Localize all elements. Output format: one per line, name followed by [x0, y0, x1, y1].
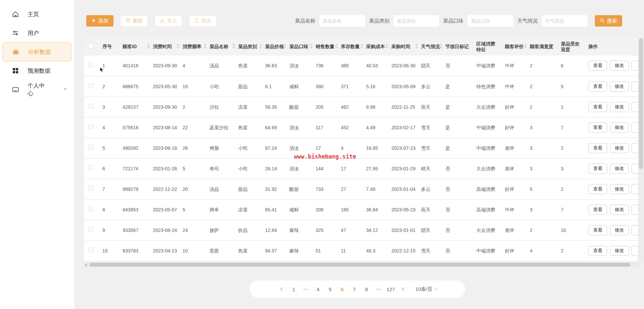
edit-button[interactable]: 修改	[610, 123, 629, 133]
weather-input[interactable]	[542, 15, 587, 27]
prev-page-button[interactable]	[277, 284, 287, 294]
row-action-button-partial[interactable]	[632, 164, 639, 174]
col-header-weather[interactable]: 天气情况	[419, 38, 443, 56]
page-number-4[interactable]: 4	[313, 284, 323, 294]
sort-caret-icon[interactable]	[203, 43, 207, 50]
more-pages-icon[interactable]: •••	[301, 284, 311, 294]
row-checkbox[interactable]	[88, 104, 93, 109]
edit-button[interactable]: 修改	[610, 81, 629, 92]
sort-caret-icon[interactable]	[360, 43, 363, 50]
add-button[interactable]: 添加	[86, 15, 114, 27]
sort-caret-icon[interactable]	[385, 43, 389, 50]
row-checkbox[interactable]	[88, 165, 93, 170]
import-button[interactable]: 导入	[155, 15, 182, 27]
sort-caret-icon[interactable]	[524, 43, 527, 50]
col-header-dish-price[interactable]: 菜品价格	[263, 38, 287, 56]
sidebar-item-profile[interactable]: 个人中心	[3, 80, 71, 99]
scroll-left-arrow-icon[interactable]: ◂	[85, 263, 87, 267]
col-header-dish-flavor[interactable]: 菜品口味	[287, 38, 314, 56]
edit-button[interactable]: 修改	[610, 246, 629, 256]
edit-button[interactable]: 修改	[610, 143, 629, 153]
edit-button[interactable]: 修改	[610, 61, 629, 71]
page-number-8[interactable]: 8	[361, 284, 372, 294]
next-page-button[interactable]	[398, 284, 408, 294]
sort-caret-icon[interactable]	[259, 43, 262, 50]
page-number-7[interactable]: 7	[349, 284, 359, 294]
page-size-select[interactable]: 10条/页	[415, 286, 438, 293]
col-header-customer-id[interactable]: 顾客ID	[121, 38, 151, 56]
edit-button[interactable]: 修改	[610, 102, 629, 112]
view-button[interactable]: 查看	[588, 184, 607, 194]
col-header-consume-frequency[interactable]: 消费频率	[181, 38, 207, 56]
edit-button[interactable]: 修改	[610, 225, 629, 235]
view-button[interactable]: 查看	[588, 81, 607, 92]
sidebar-item-home[interactable]: 主页	[3, 5, 71, 24]
row-checkbox[interactable]	[88, 124, 93, 129]
row-action-button-partial[interactable]	[632, 102, 639, 112]
sort-caret-icon[interactable]	[310, 43, 313, 50]
sort-caret-icon[interactable]	[176, 43, 180, 50]
col-header-dish-name[interactable]: 菜品名称	[207, 38, 236, 56]
row-action-button-partial[interactable]	[632, 143, 639, 153]
page-number-1[interactable]: 1	[289, 284, 299, 294]
cell-stock-qty: 380	[339, 56, 364, 76]
view-button[interactable]: 查看	[588, 246, 607, 256]
vertical-scrollbar[interactable]	[638, 38, 644, 261]
horizontal-scrollbar-thumb[interactable]	[90, 263, 630, 267]
page-number-127[interactable]: 127	[386, 284, 396, 294]
page-number-6[interactable]: 6	[337, 284, 347, 294]
view-button[interactable]: 查看	[588, 225, 607, 235]
sort-caret-icon[interactable]	[439, 43, 443, 50]
row-action-button-partial[interactable]	[632, 205, 639, 215]
row-checkbox[interactable]	[88, 206, 93, 211]
row-action-button-partial[interactable]	[632, 81, 639, 92]
dish-category-input[interactable]	[393, 15, 439, 27]
row-action-button-partial[interactable]	[632, 61, 639, 71]
edit-button[interactable]: 修改	[610, 205, 629, 215]
select-all-checkbox[interactable]	[88, 43, 93, 48]
dish-name-input[interactable]	[319, 15, 365, 27]
view-button[interactable]: 查看	[588, 102, 607, 112]
edit-button[interactable]: 修改	[610, 184, 629, 194]
sort-caret-icon[interactable]	[335, 43, 338, 50]
col-header-customer-review[interactable]: 顾客评价	[503, 38, 528, 56]
edit-button[interactable]: 修改	[610, 164, 629, 174]
cell-weather: 雪天	[419, 240, 443, 261]
search-button[interactable]: 搜索	[595, 15, 622, 27]
row-checkbox[interactable]	[88, 83, 93, 88]
dish-flavor-input[interactable]	[468, 15, 513, 27]
vertical-scrollbar-thumb[interactable]	[639, 38, 643, 169]
row-action-button-partial[interactable]	[632, 123, 639, 133]
sort-caret-icon[interactable]	[147, 43, 150, 50]
view-button[interactable]: 查看	[588, 205, 607, 215]
view-button[interactable]: 查看	[588, 143, 607, 153]
view-button[interactable]: 查看	[588, 61, 607, 71]
view-button[interactable]: 查看	[588, 164, 607, 174]
sidebar-item-users[interactable]: 用户	[3, 24, 71, 42]
row-action-button-partial[interactable]	[632, 225, 639, 235]
row-action-button-partial[interactable]	[632, 246, 639, 256]
row-checkbox[interactable]	[88, 145, 93, 150]
view-button[interactable]: 查看	[588, 123, 607, 133]
row-checkbox[interactable]	[88, 186, 93, 191]
sidebar-item-prediction-data[interactable]: 预测数据	[3, 61, 71, 80]
col-header-stock-qty[interactable]: 库存数量	[339, 38, 364, 56]
col-header-purchase-time[interactable]: 采购时间	[389, 38, 419, 56]
col-header-purchase-cost[interactable]: 采购成本	[364, 38, 389, 56]
col-header-sales-qty[interactable]: 销售数量	[314, 38, 339, 56]
sidebar-item-analysis-data[interactable]: 分析数据	[3, 42, 71, 61]
col-header-dish-category[interactable]: 菜品类别	[236, 38, 263, 56]
more-pages-icon[interactable]: •••	[374, 284, 384, 294]
sort-caret-icon[interactable]	[283, 43, 287, 50]
row-checkbox[interactable]	[88, 62, 93, 67]
page-number-5[interactable]: 5	[325, 284, 335, 294]
export-button[interactable]: 导出	[189, 15, 217, 27]
delete-button[interactable]: 删除	[120, 15, 148, 27]
row-checkbox[interactable]	[88, 227, 93, 232]
col-header-consume-time[interactable]: 消费时间	[151, 38, 181, 56]
row-checkbox[interactable]	[88, 247, 93, 252]
row-action-button-partial[interactable]	[632, 184, 639, 194]
sort-caret-icon[interactable]	[415, 43, 418, 50]
sort-caret-icon[interactable]	[232, 43, 235, 50]
horizontal-scrollbar[interactable]: ◂	[84, 262, 639, 267]
